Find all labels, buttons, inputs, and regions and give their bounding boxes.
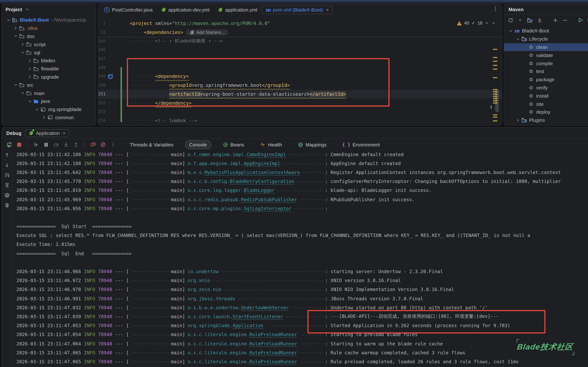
chevron-down-icon[interactable] bbox=[20, 50, 26, 56]
debug-pause-icon[interactable] bbox=[43, 141, 49, 148]
close-icon[interactable]: × bbox=[326, 7, 329, 12]
code-line-248[interactable]: 248 bbox=[98, 63, 502, 72]
project-item-bladex[interactable]: bladex bbox=[2, 57, 96, 65]
close-icon[interactable]: × bbox=[63, 130, 65, 136]
code-line-255[interactable]: 255↑<dependency> bbox=[98, 125, 502, 126]
project-item-common[interactable]: common bbox=[2, 113, 96, 122]
editor-tabs-more-icon[interactable]: ⋮ bbox=[493, 6, 498, 12]
maven-minus-icon[interactable] bbox=[562, 17, 568, 24]
project-header[interactable]: Project bbox=[2, 4, 96, 15]
debug-session-tab[interactable]: Application × bbox=[25, 129, 69, 137]
tab-mappings[interactable]: Mappings bbox=[294, 140, 331, 149]
console-output[interactable]: 2026-03-15 23:11:42.186INFO78948---[main… bbox=[12, 150, 588, 367]
debug-step-over-icon[interactable] bbox=[53, 141, 59, 148]
project-item-org-springblade[interactable]: org.springblade bbox=[2, 105, 96, 114]
project-item--idea[interactable]: .idea bbox=[2, 24, 96, 33]
logger-class[interactable]: AppEngineImpl bbox=[244, 161, 280, 166]
chevron-down-icon[interactable] bbox=[13, 82, 19, 88]
maven-plus-icon[interactable] bbox=[552, 17, 559, 24]
chevron-down-icon[interactable] bbox=[27, 98, 33, 104]
code-line-251[interactable]: 251<artifactId>spring-boot-starter-data-… bbox=[98, 90, 502, 98]
maven-item-site[interactable]: ⚙site bbox=[504, 100, 588, 108]
chevron-right-icon[interactable] bbox=[13, 25, 19, 31]
maven-dependency-gutter-icon[interactable]: ↑ bbox=[108, 73, 113, 79]
debug-more-icon[interactable] bbox=[110, 141, 116, 148]
chevron-down-icon[interactable] bbox=[13, 33, 19, 39]
console-soft-wrap-icon[interactable] bbox=[4, 172, 10, 178]
debug-rerun-icon[interactable] bbox=[6, 141, 12, 148]
maven-play-icon[interactable] bbox=[577, 17, 584, 24]
code-line-247[interactable]: 247 bbox=[98, 54, 502, 63]
debug-step-out-icon[interactable] bbox=[73, 141, 79, 148]
code-line-245[interactable]: 245<!-- ↑ BladeX依赖库 ↑ --> bbox=[98, 37, 502, 45]
chevron-down-icon[interactable] bbox=[508, 28, 514, 34]
editor-tab-pom-xml[interactable]: mpom.xml (BladeX-Boot)× bbox=[262, 5, 333, 14]
project-item-flowable[interactable]: flowable bbox=[2, 65, 96, 73]
chevron-right-icon[interactable] bbox=[27, 66, 33, 72]
tab-threads-variables[interactable]: Threads & Variables bbox=[126, 140, 178, 149]
logger-class[interactable]: SqlLogInterceptor bbox=[244, 206, 292, 211]
chevron-down-icon[interactable] bbox=[515, 36, 521, 42]
maven-item-install[interactable]: ⚙install bbox=[504, 92, 588, 100]
console-printer-icon[interactable] bbox=[4, 192, 10, 198]
code-line-53[interactable]: 53<dependencies>Add Starters... bbox=[98, 28, 502, 36]
add-starters-button[interactable]: Add Starters... bbox=[186, 29, 228, 35]
maven-item-package[interactable]: ⚙package bbox=[504, 76, 588, 84]
maven-caret-icon[interactable] bbox=[517, 17, 523, 24]
maven-run-window-icon[interactable] bbox=[587, 17, 588, 24]
tab-console[interactable]: Console bbox=[185, 140, 211, 149]
project-item-src[interactable]: src bbox=[2, 81, 96, 89]
maven-sync-folder-icon[interactable] bbox=[527, 17, 533, 24]
chevron-down-icon[interactable] bbox=[34, 106, 40, 112]
code-line-254[interactable]: 254<!-- lombok --> bbox=[98, 116, 502, 125]
chevron-down-icon[interactable] bbox=[6, 17, 12, 23]
maven-item-verify[interactable]: ⚙verify bbox=[504, 84, 588, 92]
code-line-253[interactable]: 253 bbox=[98, 107, 502, 116]
chevron-right-icon[interactable] bbox=[41, 115, 47, 121]
console-arrow-up-icon[interactable] bbox=[4, 152, 10, 158]
debug-stop-icon[interactable] bbox=[16, 141, 22, 148]
maven-item-compile[interactable]: ⚙compile bbox=[504, 59, 588, 67]
editor-tab-postcontroller-java[interactable]: CPostController.java bbox=[100, 5, 156, 14]
logger-class[interactable]: BladeLogger bbox=[244, 188, 275, 193]
debug-mute-icon[interactable] bbox=[100, 141, 106, 148]
editor-tab-application-yml[interactable]: application.yml bbox=[214, 5, 261, 14]
debug-step-into-icon[interactable] bbox=[63, 141, 69, 148]
maven-item-lifecycle[interactable]: Lifecycle bbox=[504, 35, 588, 43]
maven-item-validate[interactable]: ⚙validate bbox=[504, 51, 588, 59]
maven-item-bladex-boot[interactable]: mBladeX-Boot bbox=[504, 27, 588, 35]
project-item-script[interactable]: script bbox=[2, 41, 96, 49]
logger-class[interactable]: UndertowWebServer bbox=[241, 305, 289, 310]
console-trash-icon[interactable] bbox=[4, 202, 10, 208]
chevron-right-icon[interactable] bbox=[515, 117, 521, 123]
maven-item-plugins[interactable]: Plugins bbox=[504, 116, 588, 125]
tab-health[interactable]: Health bbox=[256, 140, 286, 149]
chevron-down-icon[interactable] bbox=[20, 90, 26, 96]
tab-beans[interactable]: Beans bbox=[218, 140, 248, 149]
project-item-doc[interactable]: doc bbox=[2, 32, 96, 41]
maven-item-deploy[interactable]: ⚙deploy bbox=[504, 108, 588, 116]
maven-item-clean[interactable]: ⚙clean bbox=[504, 43, 588, 51]
code-line-252[interactable]: 252</dependency> bbox=[98, 98, 502, 107]
next-issue-icon[interactable] bbox=[491, 21, 496, 25]
project-item-upgrade[interactable]: upgrade bbox=[2, 73, 96, 81]
maven-refresh-icon[interactable] bbox=[507, 17, 514, 24]
project-item-java[interactable]: java bbox=[2, 97, 96, 105]
chevron-right-icon[interactable] bbox=[20, 42, 26, 48]
logger-class[interactable]: RulePreloadRunner bbox=[250, 359, 297, 364]
editor-tab-application-dev-yml[interactable]: application-dev.yml bbox=[157, 5, 213, 14]
logger-class[interactable]: RulePreloadRunner bbox=[250, 341, 297, 346]
prev-issue-icon[interactable] bbox=[485, 21, 489, 25]
console-arrow-down-icon[interactable] bbox=[4, 162, 10, 168]
debug-breakpoints-icon[interactable] bbox=[90, 141, 96, 148]
logger-class[interactable]: StartEventListener bbox=[233, 314, 283, 319]
project-item-main[interactable]: main bbox=[2, 89, 96, 97]
chevron-right-icon[interactable] bbox=[27, 58, 33, 64]
logger-class[interactable]: BladeRetryConfiguration bbox=[230, 178, 294, 184]
project-item-sql[interactable]: sql bbox=[2, 49, 96, 57]
editor-code[interactable]: 2<project xmlns="http://maven.apache.org… bbox=[98, 19, 502, 125]
debug-resume-icon[interactable] bbox=[33, 141, 39, 148]
maven-item-test[interactable]: ⚙test bbox=[504, 67, 588, 76]
logger-class[interactable]: RulePreloadRunner bbox=[250, 332, 297, 337]
chevron-down-icon[interactable] bbox=[24, 6, 30, 12]
